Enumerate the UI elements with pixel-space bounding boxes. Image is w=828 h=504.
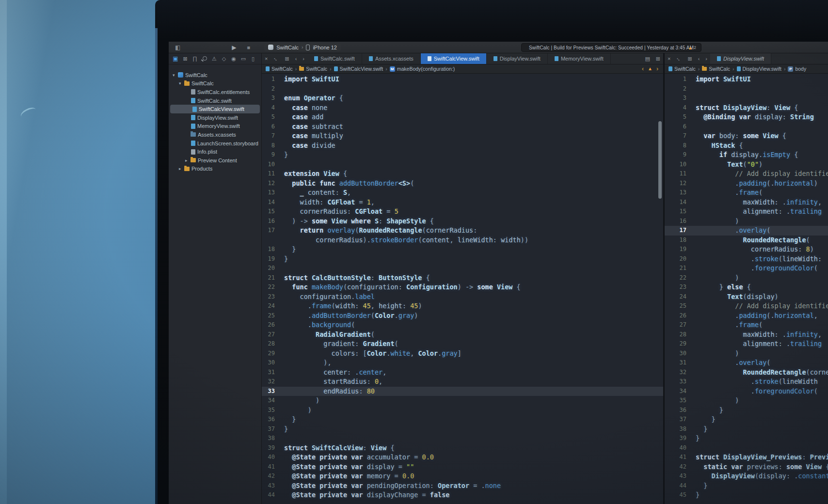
project-navigator-icon[interactable]: ▣ (171, 55, 180, 62)
toolbar-buttons: ◧▶■ (169, 42, 254, 53)
line-number: 29 (665, 339, 691, 349)
add-editor-icon[interactable]: ⊞ (653, 53, 663, 64)
breadcrumb-item[interactable]: SwiftCalc (702, 66, 730, 72)
line-number: 41 (665, 453, 691, 462)
code-line: 18 RoundedRectangle( (665, 236, 828, 245)
tab-SwiftCalcView.swift[interactable]: SwiftCalcView.swift (421, 53, 487, 64)
file-row-MemoryView.swift[interactable]: MemoryView.swift (169, 122, 261, 131)
file-row-Products[interactable]: ▸Products (169, 165, 261, 173)
breadcrumb-item[interactable]: Pbody (788, 66, 806, 72)
right-tabbar-leading-icons: ×↔⊞‹› (665, 53, 710, 64)
code-line: 13 _ content: S, (262, 188, 663, 198)
line-content: } (691, 434, 828, 443)
symbol-navigator-icon[interactable]: ∏ (190, 56, 200, 62)
source-control-navigator-icon[interactable]: ⊠ (180, 56, 190, 62)
tab-label: MemoryView.swift (561, 56, 604, 62)
issue-navigator-icon[interactable]: ⚠ (209, 56, 219, 62)
line-number: 9 (665, 150, 691, 160)
file-row-SwiftCalc[interactable]: ▾SwiftCalc (169, 71, 261, 79)
file-row-LaunchScreen.storyboard[interactable]: LaunchScreen.storyboard (169, 139, 261, 148)
line-content: .background( (279, 320, 663, 330)
test-navigator-icon[interactable]: ◇ (219, 56, 229, 62)
left-tab-bar: ×↔⊞‹› SwiftCalc.swiftAssets.xcassetsSwif… (262, 53, 663, 64)
right-tab-bar: ×↔⊞‹› DisplayView.swift (665, 53, 828, 64)
line-number: 12 (262, 179, 279, 189)
breadcrumb-separator-icon: › (295, 66, 297, 72)
line-number: 17 (262, 226, 279, 236)
line-content: } (279, 415, 663, 425)
breakpoint-navigator-icon[interactable]: ▭ (239, 56, 248, 62)
bezel-reflection (155, 28, 158, 504)
left-editor-scrollbar[interactable] (658, 121, 662, 199)
file-label: Assets.xcassets (198, 132, 236, 138)
back-icon[interactable]: ‹ (292, 53, 300, 64)
file-row-Info.plist[interactable]: Info.plist (169, 147, 261, 156)
breadcrumb-label: SwiftCalcView.swift (340, 66, 383, 72)
line-number: 6 (262, 122, 279, 132)
activity-status[interactable]: SwiftCalc | Build for Previews SwiftCalc… (521, 43, 701, 52)
file-row-SwiftCalcView.swift[interactable]: SwiftCalcView.swift (170, 105, 260, 113)
left-source-code[interactable]: 1import SwiftUI23enum Operator {4 case n… (262, 74, 663, 504)
breadcrumb-item[interactable]: DisplayView.swift (737, 66, 781, 72)
previous-issue-icon[interactable]: ‹ (641, 63, 645, 74)
disclosure-closed-icon[interactable]: ▸ (185, 158, 191, 163)
line-number: 27 (262, 330, 279, 340)
tab-SwiftCalc.swift[interactable]: SwiftCalc.swift (307, 53, 362, 64)
line-number: 40 (665, 443, 691, 453)
report-navigator-icon[interactable]: ▯ (248, 56, 258, 62)
line-content: } (691, 425, 828, 434)
breadcrumb-item[interactable]: SwiftCalc (266, 66, 293, 72)
line-content: ) (279, 396, 663, 406)
tab-Assets.xcassets[interactable]: Assets.xcassets (362, 53, 421, 64)
breadcrumb-item[interactable]: SwiftCalc (669, 66, 696, 72)
code-line: 41struct DisplayView_Previews: PreviewPr… (665, 453, 828, 462)
tab-DisplayView.swift[interactable]: DisplayView.swift (487, 53, 548, 64)
disclosure-open-icon[interactable]: ▾ (179, 81, 184, 86)
find-navigator-icon[interactable] (200, 55, 209, 62)
file-row-SwiftCalc.swift[interactable]: SwiftCalc.swift (169, 96, 261, 105)
line-number: 24 (262, 301, 279, 311)
warning-badge[interactable]: ▲ 2 (688, 45, 696, 50)
code-review-icon[interactable]: ▤ (642, 53, 653, 64)
warning-icon[interactable]: ▲ (647, 63, 653, 74)
file-row-Assets.xcassets[interactable]: Assets.xcassets (169, 130, 261, 139)
back-icon[interactable]: ‹ (695, 53, 703, 64)
scheme-selector[interactable]: SwiftCalc › iPhone 12 (264, 44, 341, 51)
code-line: 29 alignment: .trailing (665, 339, 828, 349)
code-line: 42 static var previews: some View { (665, 462, 828, 472)
forward-icon[interactable]: › (702, 53, 710, 64)
disclosure-closed-icon[interactable]: ▸ (179, 166, 184, 171)
tab-DisplayView.swift[interactable]: DisplayView.swift (710, 53, 771, 64)
line-content: @State private var memory = 0.0 (279, 472, 663, 481)
right-source-code[interactable]: 1import SwiftUI234struct DisplayView: Vi… (665, 74, 828, 504)
file-label: SwiftCalc.swift (197, 98, 232, 104)
next-issue-icon[interactable]: › (655, 63, 659, 74)
file-row-SwiftCalc.entitlements[interactable]: SwiftCalc.entitlements (169, 88, 261, 96)
file-row-DisplayView.swift[interactable]: DisplayView.swift (169, 113, 261, 122)
breadcrumb-item[interactable]: SwiftCalcView.swift (334, 66, 383, 72)
debug-navigator-icon[interactable]: ◉ (229, 56, 239, 62)
code-line: 30 ), (262, 358, 663, 368)
line-number: 35 (665, 396, 691, 406)
breadcrumb-item[interactable]: MmakeBody(configuration:) (390, 66, 455, 72)
code-line: 19} (262, 254, 663, 264)
line-content: RoundedRectangle( (691, 236, 828, 245)
device-icon (306, 45, 310, 50)
navigator-toggle-icon[interactable]: ◧ (172, 42, 184, 53)
line-number: 14 (665, 198, 691, 207)
run-button[interactable]: ▶ (228, 42, 239, 53)
xcode-window: ◧▶■ SwiftCalc › iPhone 12 SwiftCalc | Bu… (169, 42, 828, 504)
file-row-Preview Content[interactable]: ▸Preview Content (169, 156, 261, 165)
line-number: 25 (262, 311, 279, 321)
file-row-SwiftCalc[interactable]: ▾SwiftCalc (169, 79, 261, 88)
line-number: 3 (262, 94, 279, 103)
code-line: 45} (665, 490, 828, 500)
stop-button[interactable]: ■ (244, 42, 254, 53)
breadcrumb-item[interactable]: SwiftCalc (299, 66, 327, 72)
tab-MemoryView.swift[interactable]: MemoryView.swift (548, 53, 611, 64)
file-icon (555, 56, 558, 61)
disclosure-open-icon[interactable]: ▾ (173, 73, 178, 78)
forward-icon[interactable]: › (300, 53, 307, 64)
workspace: ▣⊠∏⚠◇◉▭▯ ▾SwiftCalc▾SwiftCalcSwiftCalc.e… (169, 53, 828, 504)
line-content (691, 122, 828, 132)
